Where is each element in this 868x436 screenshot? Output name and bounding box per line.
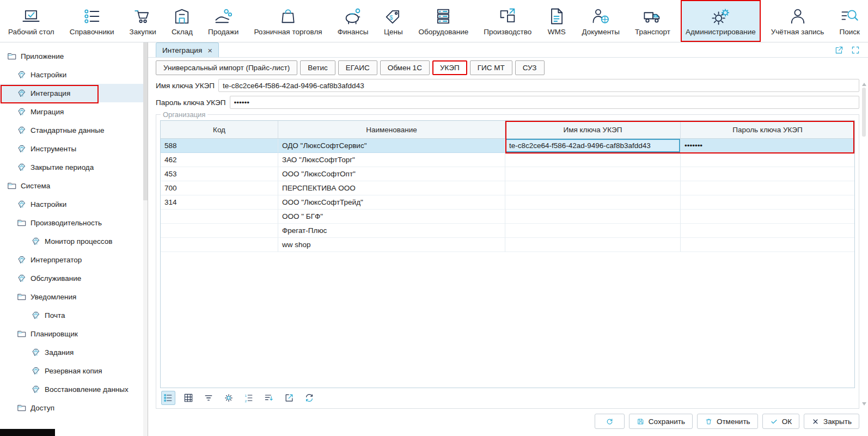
save-button[interactable]: Сохранить: [629, 414, 693, 429]
sidebar-item-system-settings[interactable]: Настройки: [0, 195, 148, 213]
column-header-2[interactable]: Имя ключа УКЭП: [505, 121, 681, 138]
toolbar-item-sales[interactable]: Продажи: [203, 0, 243, 42]
toolbar-item-desktop[interactable]: Рабочий стол: [3, 0, 59, 42]
table-row[interactable]: 700ПЕРСПЕКТИВА ООО: [161, 181, 854, 195]
toolbar-item-directories[interactable]: Справочники: [65, 0, 119, 42]
cell[interactable]: •••••••: [681, 139, 854, 153]
subtab-suz[interactable]: СУЗ: [515, 60, 545, 75]
sidebar-item-application[interactable]: Приложение: [0, 47, 148, 65]
cell[interactable]: [681, 167, 854, 181]
cell[interactable]: [681, 210, 854, 224]
panel-scroll-thumb[interactable]: [862, 88, 866, 137]
ok-button[interactable]: ОК: [762, 414, 799, 429]
cell[interactable]: [681, 153, 854, 167]
cell[interactable]: [505, 167, 681, 181]
scroll-down-icon[interactable]: [862, 402, 866, 406]
sidebar-item-performance[interactable]: Производительность: [0, 213, 148, 232]
cell[interactable]: ООО "ЛюксСофтТрейд": [278, 195, 505, 210]
subtab-exchange-1c[interactable]: Обмен 1С: [380, 60, 430, 75]
toolbar-item-transport[interactable]: Транспорт: [630, 0, 675, 42]
sidebar-item-system[interactable]: Система: [0, 176, 148, 195]
toolbar-item-finance[interactable]: Финансы: [333, 0, 374, 42]
cell[interactable]: ww shop: [278, 238, 505, 252]
sidebar-item-tasks[interactable]: Задания: [0, 343, 148, 361]
cancel-button[interactable]: Отменить: [697, 414, 758, 429]
toolbar-item-warehouse[interactable]: Склад: [167, 0, 198, 42]
cell[interactable]: 453: [161, 167, 278, 181]
cell[interactable]: 462: [161, 153, 278, 167]
sidebar-item-notifications[interactable]: Уведомления: [0, 287, 148, 306]
cell[interactable]: [505, 181, 681, 195]
export-button[interactable]: [283, 391, 296, 404]
grid-view-button[interactable]: [182, 391, 195, 404]
sidebar-scrollbar[interactable]: [143, 42, 148, 436]
filter-button[interactable]: [202, 391, 215, 404]
table-row[interactable]: 588ОДО "ЛюксСофтСервис"te-c8c2ce64-f586-…: [161, 139, 854, 153]
panel-scrollbar[interactable]: [861, 83, 867, 406]
cell[interactable]: ООО "ЛюксСофтОпт": [278, 167, 505, 181]
list-view-button[interactable]: [162, 391, 175, 404]
column-header-0[interactable]: Код: [161, 121, 278, 138]
sidebar-item-process-monitor[interactable]: Монитор процессов: [0, 232, 148, 250]
tab-integration[interactable]: Интеграция ×: [156, 42, 219, 57]
cell[interactable]: 314: [161, 195, 278, 210]
cell[interactable]: [681, 181, 854, 195]
sidebar-scroll-thumb[interactable]: [143, 42, 148, 200]
column-header-3[interactable]: Пароль ключа УКЭП: [681, 121, 854, 138]
cell[interactable]: ООО " БГФ": [278, 210, 505, 224]
subtab-universal-import[interactable]: Универсальный импорт (Прайс-лист): [156, 60, 297, 75]
sidebar-item-mail[interactable]: Почта: [0, 306, 148, 324]
table-row[interactable]: ООО " БГФ": [161, 210, 854, 224]
toolbar-item-wms[interactable]: WMS: [542, 0, 571, 42]
subtab-egais[interactable]: ЕГАИС: [338, 60, 377, 75]
cell[interactable]: [505, 238, 681, 252]
cell[interactable]: [505, 210, 681, 224]
table-row[interactable]: 462ЗАО "ЛюксСофтТорг": [161, 153, 854, 167]
cell[interactable]: 700: [161, 181, 278, 195]
cell[interactable]: [505, 224, 681, 238]
sidebar-item-standard-data[interactable]: Стандартные данные: [0, 121, 148, 139]
cell[interactable]: [681, 195, 854, 210]
toolbar-item-prices[interactable]: $Цены: [378, 0, 408, 42]
table-row[interactable]: 314ООО "ЛюксСофтТрейд": [161, 195, 854, 210]
cell[interactable]: [681, 238, 854, 252]
table-row[interactable]: Фрегат-Плюс: [161, 224, 854, 238]
cell[interactable]: [505, 195, 681, 210]
refresh-button[interactable]: [595, 414, 625, 429]
sidebar-item-maintenance[interactable]: Обслуживание: [0, 269, 148, 287]
sidebar-item-period-closing[interactable]: Закрытие периода: [0, 158, 148, 176]
subtab-vetis[interactable]: Ветис: [300, 60, 335, 75]
sidebar-item-tools[interactable]: Инструменты: [0, 139, 148, 158]
toolbar-item-production[interactable]: Производство: [479, 0, 536, 42]
fullscreen-button[interactable]: [851, 45, 860, 55]
sidebar-item-interpreter[interactable]: Интерпретатор: [0, 250, 148, 269]
cell[interactable]: ПЕРСПЕКТИВА ООО: [278, 181, 505, 195]
ukep-key-name-input[interactable]: [218, 79, 859, 92]
cell[interactable]: [161, 238, 278, 252]
subtab-gis-mt[interactable]: ГИС МТ: [470, 60, 512, 75]
cell[interactable]: [681, 224, 854, 238]
reload-button[interactable]: [303, 391, 316, 404]
toolbar-item-administration[interactable]: Администрирование: [681, 0, 761, 42]
sidebar-item-scheduler[interactable]: Планировщик: [0, 324, 148, 343]
cell[interactable]: [161, 210, 278, 224]
sort-list-button[interactable]: [262, 391, 276, 404]
cell[interactable]: Фрегат-Плюс: [278, 224, 505, 238]
sidebar-item-migration[interactable]: Миграция: [0, 102, 148, 121]
toolbar-item-documents[interactable]: Документы: [577, 0, 625, 42]
tab-close-icon[interactable]: ×: [207, 46, 212, 54]
cell[interactable]: [505, 153, 681, 167]
ukep-key-password-input[interactable]: [230, 96, 860, 109]
close-button[interactable]: Закрыть: [804, 414, 859, 429]
toolbar-item-account[interactable]: Учётная запись: [766, 0, 829, 42]
cell[interactable]: [161, 224, 278, 238]
sidebar-item-data-recovery[interactable]: Восстановление данных: [0, 380, 148, 398]
sidebar-item-integration[interactable]: Интеграция: [0, 84, 148, 102]
table-settings-button[interactable]: [222, 391, 235, 404]
cell[interactable]: 588: [161, 139, 278, 153]
sidebar-item-access[interactable]: Доступ: [0, 398, 148, 417]
subtab-ukep[interactable]: УКЭП: [432, 60, 467, 75]
sidebar-item-backup[interactable]: Резервная копия: [0, 361, 148, 380]
open-in-window-button[interactable]: [834, 45, 844, 55]
toolbar-item-equipment[interactable]: Оборудование: [413, 0, 473, 42]
